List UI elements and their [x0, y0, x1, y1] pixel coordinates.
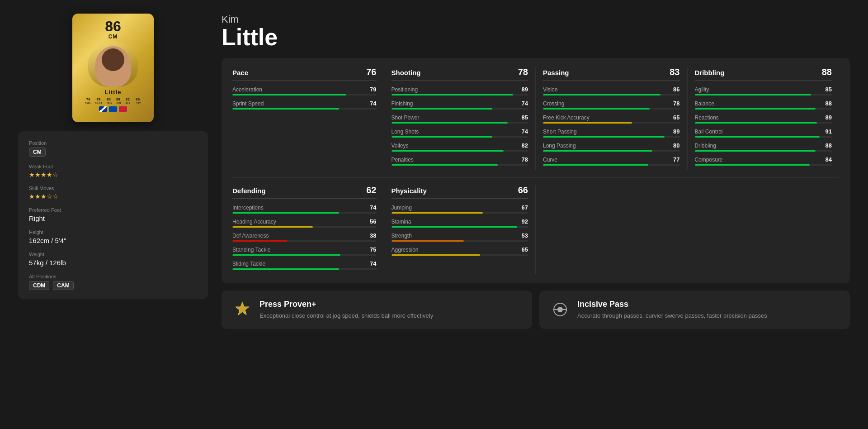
top-stats-grid: Pace 76 Acceleration 79 Sprint Speed: [232, 67, 839, 170]
card-rating: 86: [105, 19, 121, 33]
scotland-flag: [99, 106, 107, 112]
incisive-pass-desc: Accurate through passes, curvier swerve …: [577, 312, 767, 320]
phys-jumping: Jumping 67: [392, 204, 528, 214]
card-photo: [88, 42, 138, 87]
pace-acceleration: Acceleration 79: [232, 86, 377, 95]
preferred-foot-value: Right: [29, 214, 197, 222]
shooting-value: 78: [518, 67, 528, 77]
dribbling-value: 88: [822, 67, 832, 77]
card-flags: [99, 106, 127, 112]
pace-header: Pace 76: [232, 67, 377, 81]
weight-value: 57kg / 126lb: [29, 259, 197, 267]
pace-category: Pace 76 Acceleration 79 Sprint Speed: [232, 67, 384, 170]
passing-curve: Curve 77: [543, 156, 680, 166]
dribbling-category: Dribbling 88 Agility 85 Balance 88: [688, 67, 840, 170]
spacer-col-2: [688, 185, 840, 274]
card-stat-pac: 76 PAC: [85, 97, 91, 105]
height-label: Height: [29, 229, 197, 235]
defending-category: Defending 62 Interceptions 74 Heading Ac…: [232, 185, 384, 274]
playstyles-row: Press Proven+ Exceptional close control …: [222, 291, 850, 329]
player-card: 86 CM Little 76 PAC 78 SHO 83 PAS: [72, 14, 154, 122]
player-card-wrapper: 86 CM Little 76 PAC 78 SHO 83 PAS: [18, 14, 208, 122]
press-proven-icon: [232, 300, 252, 319]
player-name-header: Kim Little: [222, 14, 850, 49]
passing-vision: Vision 86: [543, 86, 680, 95]
card-stat-phy: 66 PHY: [134, 97, 141, 105]
passing-fk-accuracy: Free Kick Accuracy 65: [543, 114, 680, 124]
alt-position-cdm: CDM: [29, 281, 49, 290]
passing-name: Passing: [543, 69, 569, 76]
incisive-pass-content: Incisive Pass Accurate through passes, c…: [577, 300, 767, 320]
alt-positions-section: Alt Positions CDM CAM: [29, 274, 197, 290]
shooting-positioning: Positioning 89: [392, 86, 528, 95]
shooting-shot-power: Shot Power 85: [392, 114, 528, 124]
dribbling-name: Dribbling: [695, 69, 725, 76]
right-panel: Kim Little Pace 76 Acceleration 79: [222, 14, 850, 415]
dribbling-ball-control: Ball Control 91: [695, 128, 832, 138]
weight-section: Weight 57kg / 126lb: [29, 252, 197, 267]
incisive-pass-icon: [550, 300, 570, 319]
skill-moves-label: Skill Moves: [29, 186, 197, 191]
press-proven-content: Press Proven+ Exceptional close control …: [259, 300, 433, 320]
dribbling-header: Dribbling 88: [695, 67, 832, 81]
physicality-header: Physicality 66: [392, 185, 528, 199]
weak-foot-stars: ★★★★☆: [29, 171, 197, 178]
weight-label: Weight: [29, 252, 197, 257]
player-first-name: Kim: [222, 14, 850, 25]
card-stat-def: 62 DEF: [124, 97, 131, 105]
shooting-volleys: Volleys 82: [392, 142, 528, 152]
dribbling-agility: Agility 85: [695, 86, 832, 95]
incisive-pass-name: Incisive Pass: [577, 300, 767, 309]
defending-name: Defending: [232, 187, 265, 195]
defending-header: Defending 62: [232, 185, 377, 199]
playstyle-incisive-pass: Incisive Pass Accurate through passes, c…: [539, 291, 850, 329]
dribbling-reactions: Reactions 89: [695, 114, 832, 124]
passing-crossing: Crossing 78: [543, 100, 680, 110]
preferred-foot-section: Preferred Foot Right: [29, 207, 197, 222]
phys-strength: Strength 53: [392, 232, 528, 242]
physicality-value: 66: [518, 185, 528, 195]
physicality-name: Physicality: [392, 187, 427, 195]
shooting-penalties: Penalties 78: [392, 156, 528, 166]
shooting-header: Shooting 78: [392, 67, 528, 81]
dribbling-composure: Composure 84: [695, 156, 832, 166]
def-awareness: Def Awareness 38: [232, 232, 377, 242]
alt-positions-badges: CDM CAM: [29, 281, 197, 290]
card-stat-pas: 83 PAS: [106, 97, 112, 105]
def-standing-tackle: Standing Tackle 75: [232, 246, 377, 256]
skill-moves-section: Skill Moves ★★★☆☆: [29, 186, 197, 200]
def-sliding-tackle: Sliding Tackle 74: [232, 260, 377, 270]
svg-marker-0: [236, 302, 249, 315]
card-stat-dri: 88 DRI: [115, 97, 121, 105]
shooting-category: Shooting 78 Positioning 89 Finishing: [384, 67, 536, 170]
alt-positions-label: Alt Positions: [29, 274, 197, 279]
passing-header: Passing 83: [543, 67, 680, 81]
pace-sprint-speed: Sprint Speed 74: [232, 100, 377, 110]
shooting-long-shots: Long Shots 74: [392, 128, 528, 138]
press-proven-name: Press Proven+: [259, 300, 433, 309]
press-proven-desc: Exceptional close control at jog speed, …: [259, 312, 433, 320]
phys-aggression: Aggression 65: [392, 246, 528, 256]
height-section: Height 162cm / 5'4": [29, 229, 197, 244]
card-stat-sho: 78 SHO: [95, 97, 102, 105]
card-stats-row: 76 PAC 78 SHO 83 PAS 88 DRI: [85, 97, 141, 105]
dribbling-dribbling: Dribbling 88: [695, 142, 832, 152]
physicality-category: Physicality 66 Jumping 67 Stamina 92: [384, 185, 536, 274]
position-label: Position: [29, 140, 197, 146]
spacer-col-1: [536, 185, 688, 274]
skill-moves-stars: ★★★☆☆: [29, 193, 197, 200]
left-panel: 86 CM Little 76 PAC 78 SHO 83 PAS: [18, 14, 208, 415]
weak-foot-label: Weak Foot: [29, 164, 197, 169]
weak-foot-section: Weak Foot ★★★★☆: [29, 164, 197, 178]
card-name: Little: [104, 89, 121, 95]
playstyle-press-proven: Press Proven+ Exceptional close control …: [222, 291, 532, 329]
shooting-name: Shooting: [392, 69, 421, 76]
height-value: 162cm / 5'4": [29, 237, 197, 244]
def-heading-accuracy: Heading Accuracy 56: [232, 218, 377, 228]
position-badge: CM: [29, 148, 46, 157]
position-badge-wrapper: CM: [29, 148, 197, 157]
bottom-stats-row: Defending 62 Interceptions 74 Heading Ac…: [232, 177, 839, 274]
alt-position-cam: CAM: [53, 281, 73, 290]
defending-value: 62: [366, 185, 376, 195]
preferred-foot-label: Preferred Foot: [29, 207, 197, 213]
